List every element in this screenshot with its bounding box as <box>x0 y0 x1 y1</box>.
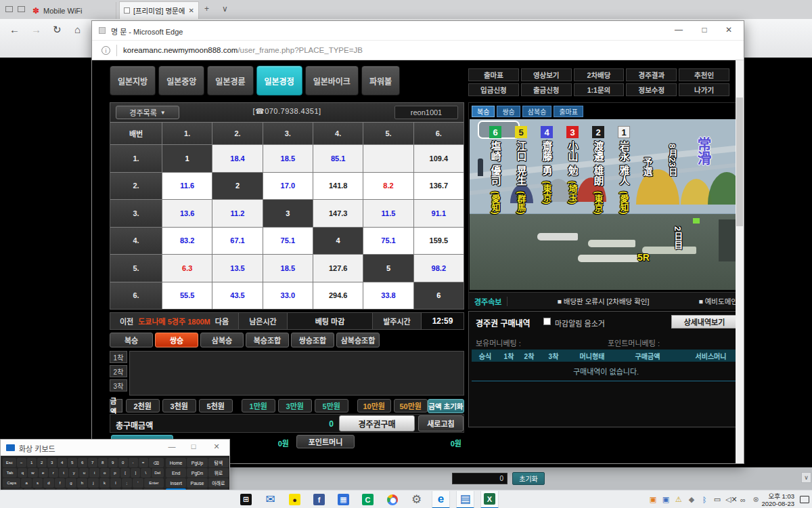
odds-cell[interactable]: 8.2 <box>363 173 413 200</box>
detail-history-button[interactable]: 상세내역보기 <box>671 315 738 329</box>
quick-button-9[interactable]: 정보수정 <box>626 83 677 96</box>
amount-input[interactable]: 0 <box>452 473 508 484</box>
quick-button-3[interactable]: 2차배당 <box>574 68 625 81</box>
key-t[interactable]: t <box>59 468 68 478</box>
tab-list-chevron-icon[interactable]: ∨ <box>222 4 228 14</box>
odds-cell[interactable]: 109.4 <box>414 145 464 172</box>
key-p[interactable]: p <box>110 468 120 478</box>
kakaotalk-icon[interactable]: ● <box>286 491 304 508</box>
bet-type-삼복승[interactable]: 삼복승 <box>200 333 244 347</box>
app-green-icon[interactable]: C <box>359 491 377 508</box>
odds-cell[interactable]: 75.1 <box>263 228 313 255</box>
keyboard-title-bar[interactable]: 화상 키보드 — □ ✕ <box>1 440 229 456</box>
odds-cell[interactable]: 18.4 <box>212 145 262 172</box>
key-y[interactable]: y <box>69 468 78 478</box>
key-e[interactable]: e <box>39 468 48 478</box>
odds-cell[interactable]: 55.5 <box>162 282 212 310</box>
minimize-icon[interactable]: — <box>166 442 178 450</box>
odds-cell[interactable]: 294.6 <box>313 282 363 310</box>
popup-title-bar[interactable]: 명 문 - Microsoft Edge — □ ✕ <box>92 21 744 40</box>
odds-cell[interactable]: 43.5 <box>212 282 262 310</box>
side-key-End[interactable]: End <box>166 468 186 478</box>
security-warning-icon[interactable]: ⚠ <box>674 495 683 504</box>
refresh-button[interactable]: 새로고침 <box>418 415 464 431</box>
nav-tab-3[interactable]: 일본경륜 <box>207 66 253 96</box>
key--[interactable]: - <box>129 458 138 467</box>
tray-blue-icon[interactable]: ▣ <box>661 495 671 504</box>
key-Del[interactable]: Del <box>152 468 164 478</box>
key-o[interactable]: o <box>100 468 110 478</box>
amount-button-5만원[interactable]: 5만원 <box>315 399 348 412</box>
taskbar-clock[interactable]: 오후 1:03 2020-08-23 <box>755 492 794 508</box>
key-;[interactable]: ; <box>122 478 132 488</box>
new-tab-icon[interactable]: + <box>204 4 209 14</box>
selection-area[interactable] <box>129 351 464 396</box>
quick-button-10[interactable]: 나가기 <box>679 83 729 96</box>
side-key-아래로[interactable]: 아래로 <box>208 478 229 488</box>
amount-button-5천원[interactable]: 5천원 <box>199 399 233 412</box>
odds-cell[interactable] <box>363 145 413 172</box>
info-icon[interactable]: i <box>102 46 110 55</box>
scroll-down-arrow[interactable]: ∨ <box>801 472 811 483</box>
odds-cell[interactable]: 33.8 <box>363 282 413 310</box>
address-bar[interactable]: i koreamanc.newmymoon888.com/user_frame.… <box>92 40 744 60</box>
odds-cell[interactable]: 85.1 <box>313 145 363 172</box>
quick-button-1[interactable]: 출마표 <box>468 68 519 81</box>
action-center-icon[interactable] <box>800 496 809 503</box>
close-icon[interactable]: ✕ <box>210 442 223 451</box>
backup-domain-text[interactable]: ■ 예비도메인 <box>698 296 738 306</box>
key-j[interactable]: j <box>88 478 98 488</box>
amount-reset-button[interactable]: 금액 초기화 <box>428 399 464 413</box>
window-icon[interactable] <box>5 6 13 12</box>
odds-cell[interactable]: 159.5 <box>414 228 464 255</box>
odds-cell[interactable]: 136.7 <box>414 173 464 200</box>
key-0[interactable]: 0 <box>118 458 128 467</box>
side-key-PgDn[interactable]: PgDn <box>187 468 207 478</box>
quick-button-6[interactable]: 입금신청 <box>468 83 519 96</box>
key-s[interactable]: s <box>32 478 43 488</box>
scrollbar-thumb[interactable] <box>736 98 743 226</box>
key-2[interactable]: 2 <box>37 458 47 467</box>
side-key-Home[interactable]: Home <box>166 458 186 467</box>
maximize-icon[interactable]: □ <box>187 442 200 450</box>
key-5[interactable]: 5 <box>68 458 77 467</box>
odds-cell[interactable]: 141.8 <box>313 173 363 200</box>
odds-cell[interactable]: 17.0 <box>263 173 313 200</box>
key-h[interactable]: h <box>77 478 87 488</box>
bet-type-쌍승[interactable]: 쌍승 <box>155 333 198 347</box>
buy-ticket-button[interactable]: 경주권구매 <box>339 415 415 431</box>
odds-cell[interactable]: 75.1 <box>363 228 413 255</box>
odds-cell[interactable]: 127.6 <box>313 255 363 282</box>
popup-scrollbar[interactable] <box>736 60 744 463</box>
key-w[interactable]: w <box>28 468 37 478</box>
key-'[interactable]: ' <box>133 478 143 488</box>
amount-button-10만원[interactable]: 10만원 <box>357 399 391 412</box>
bet-type-쌍승조합[interactable]: 쌍승조합 <box>291 333 334 347</box>
key-1[interactable]: 1 <box>27 458 37 467</box>
key-g[interactable]: g <box>66 478 76 488</box>
key-k[interactable]: k <box>99 478 110 488</box>
key-Caps[interactable]: Caps <box>3 478 20 488</box>
side-key-PgUp[interactable]: PgUp <box>187 458 207 467</box>
odds-cell[interactable]: 91.1 <box>414 200 464 227</box>
quick-button-4[interactable]: 경주결과 <box>626 68 677 81</box>
edge-icon[interactable]: e <box>432 491 450 508</box>
volume-muted-icon[interactable]: ◁✕ <box>725 495 735 504</box>
odds-cell[interactable]: 33.0 <box>263 282 313 310</box>
nav-tab-1[interactable]: 일본지방 <box>110 66 156 96</box>
key-Tab[interactable]: Tab <box>3 468 17 478</box>
refresh-icon[interactable]: ↻ <box>53 24 62 36</box>
key-6[interactable]: 6 <box>78 458 87 467</box>
key-~[interactable]: ~ <box>17 458 26 467</box>
key-q[interactable]: q <box>18 468 27 478</box>
url-text[interactable]: koreamanc.newmymoon888.com/user_frame.ph… <box>123 46 363 54</box>
odds-cell[interactable]: 6.3 <box>162 255 212 282</box>
quick-button-7[interactable]: 출금신청 <box>521 83 572 96</box>
key-l[interactable]: l <box>110 478 120 488</box>
nav-tab-5[interactable]: 일본바이크 <box>305 66 359 96</box>
battery-icon[interactable]: ▭ <box>713 495 722 504</box>
window-icon[interactable] <box>18 6 25 12</box>
key-Enter[interactable]: Enter <box>144 478 164 488</box>
key-7[interactable]: 7 <box>88 458 97 467</box>
key-[[interactable]: [ <box>120 468 130 478</box>
